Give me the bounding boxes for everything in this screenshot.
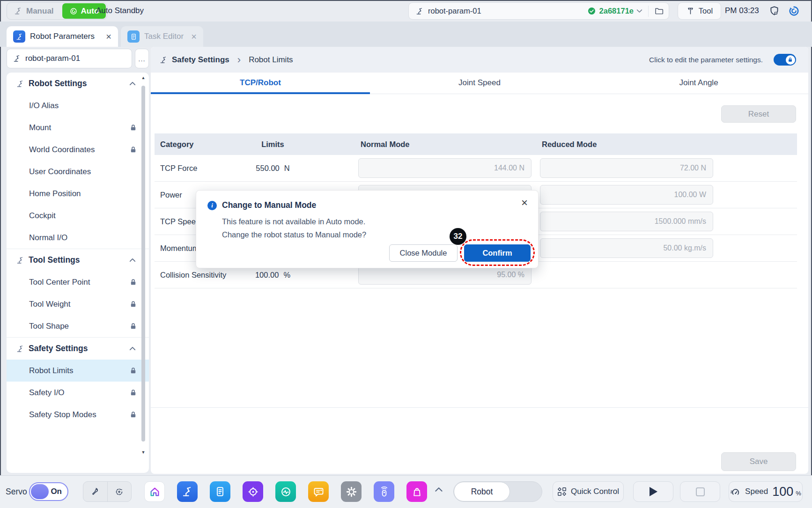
section-header-robot-settings[interactable]: Robot Settings bbox=[7, 73, 149, 95]
annotation-step-badge: 32 bbox=[450, 228, 466, 245]
dock-settings-app[interactable] bbox=[341, 481, 362, 502]
reduced-mode-input[interactable] bbox=[540, 158, 713, 178]
col-header-category: Category bbox=[155, 140, 236, 149]
tab-robot-parameters[interactable]: Robot Parameters × bbox=[7, 26, 118, 47]
breadcrumb-page: Robot Limits bbox=[249, 55, 293, 65]
scroll-up-icon[interactable]: ▲ bbox=[140, 75, 146, 80]
close-module-button[interactable]: Close Module bbox=[389, 244, 458, 262]
dialog-close-icon[interactable]: × bbox=[521, 197, 528, 208]
stop-button[interactable] bbox=[680, 481, 720, 502]
robot-arm-icon bbox=[13, 54, 21, 63]
row-category: TCP Force bbox=[155, 164, 236, 173]
dock-task-editor-app[interactable] bbox=[210, 481, 230, 502]
save-button[interactable]: Save bbox=[721, 452, 796, 471]
dock-jog-app[interactable] bbox=[243, 481, 263, 502]
item-label: Tool Weight bbox=[29, 300, 71, 309]
section-header-safety-settings[interactable]: Safety Settings bbox=[7, 338, 149, 360]
sidebar-item-tool-weight[interactable]: Tool Weight bbox=[7, 293, 149, 315]
speed-control[interactable]: Speed 100 % bbox=[729, 481, 803, 502]
sidebar-item-mount[interactable]: Mount bbox=[7, 117, 149, 139]
param-file-pill[interactable]: robot-param-01 2a68171e bbox=[408, 2, 669, 20]
scrollbar-thumb[interactable] bbox=[141, 86, 145, 442]
edit-lock-toggle[interactable] bbox=[774, 54, 796, 66]
sidebar-item-tool-shape[interactable]: Tool Shape bbox=[7, 315, 149, 337]
item-label: Safety I/O bbox=[29, 388, 65, 398]
wrench-button[interactable] bbox=[83, 482, 107, 501]
play-button[interactable] bbox=[633, 481, 673, 502]
home-icon bbox=[148, 486, 161, 498]
safety-shield-icon[interactable] bbox=[768, 5, 780, 17]
limit-unit: N bbox=[284, 164, 290, 173]
quick-control-icon bbox=[557, 487, 567, 496]
chevron-up-icon[interactable] bbox=[129, 258, 136, 262]
reduced-mode-input[interactable] bbox=[540, 238, 713, 258]
section-title: Robot Settings bbox=[29, 79, 87, 88]
tool-button[interactable]: Tool bbox=[678, 2, 721, 20]
servo-state-label: On bbox=[51, 483, 62, 500]
sidebar-item-home-position[interactable]: Home Position bbox=[7, 183, 149, 205]
task-editor-icon bbox=[127, 30, 140, 43]
lock-icon bbox=[130, 367, 137, 374]
tab-task-editor[interactable]: Task Editor × bbox=[121, 26, 203, 47]
servo-toggle[interactable]: On bbox=[29, 482, 68, 501]
shopping-bag-icon bbox=[411, 486, 423, 498]
close-tab-icon[interactable]: × bbox=[191, 32, 197, 41]
reposition-button[interactable] bbox=[107, 482, 132, 501]
dock-collapse-chevron-icon[interactable] bbox=[435, 487, 443, 492]
sidebar-item-world-coordinates[interactable]: World Coordinates bbox=[7, 139, 149, 161]
sidebar-item-tool-center-point[interactable]: Tool Center Point bbox=[7, 271, 149, 293]
robot-selector-label: Robot bbox=[454, 482, 510, 501]
robot-arm-icon bbox=[415, 7, 424, 15]
sidebar-item-robot-limits[interactable]: Robot Limits bbox=[7, 360, 149, 382]
tab-joint-speed[interactable]: Joint Speed bbox=[370, 73, 589, 94]
robot-selector[interactable]: Robot bbox=[453, 481, 542, 502]
normal-mode-input[interactable] bbox=[358, 158, 531, 178]
reduced-mode-input[interactable] bbox=[540, 212, 713, 231]
speed-unit: % bbox=[796, 490, 801, 501]
dock-monitoring-app[interactable] bbox=[275, 481, 296, 502]
dialog-message-line2: Change the robot status to Manual mode? bbox=[222, 228, 366, 241]
auto-swirl-icon bbox=[69, 7, 78, 15]
tab-tcp-robot[interactable]: TCP/Robot bbox=[151, 73, 370, 94]
dialog-title: Change to Manual Mode bbox=[222, 200, 316, 210]
reduced-mode-input[interactable] bbox=[540, 185, 713, 205]
scroll-down-icon[interactable]: ▼ bbox=[140, 450, 146, 455]
item-label: World Coordinates bbox=[29, 145, 95, 155]
dock-home-app[interactable] bbox=[144, 481, 165, 502]
param-name-value: robot-param-01 bbox=[25, 54, 80, 63]
manual-mode-button[interactable]: Manual bbox=[7, 3, 61, 19]
chevron-up-icon[interactable] bbox=[129, 346, 136, 351]
sidebar-scrollbar[interactable]: ▲ ▼ bbox=[140, 74, 146, 468]
dock-robot-params-app[interactable] bbox=[177, 481, 198, 502]
commit-id: 2a68171e bbox=[599, 7, 634, 15]
chevron-up-icon[interactable] bbox=[129, 81, 136, 86]
sidebar-item-safety-io[interactable]: Safety I/O bbox=[7, 382, 149, 404]
dock-store-app[interactable] bbox=[406, 481, 427, 502]
settings-nav-panel: Robot Settings I/O Alias Mount World Coo… bbox=[7, 73, 149, 473]
folder-icon[interactable] bbox=[654, 6, 664, 16]
chevron-down-icon[interactable] bbox=[636, 9, 642, 13]
sidebar-item-cockpit[interactable]: Cockpit bbox=[7, 205, 149, 227]
sidebar-item-normal-io[interactable]: Normal I/O bbox=[7, 227, 149, 249]
limit-value: 100.00 bbox=[255, 271, 279, 280]
sidebar-item-io-alias[interactable]: I/O Alias bbox=[7, 95, 149, 117]
dock-log-app[interactable] bbox=[308, 481, 329, 502]
section-header-tool-settings[interactable]: Tool Settings bbox=[7, 249, 149, 271]
close-tab-icon[interactable]: × bbox=[106, 32, 111, 41]
sidebar-item-user-coordinates[interactable]: User Coordinates bbox=[7, 161, 149, 183]
divider bbox=[648, 6, 649, 17]
lock-icon bbox=[788, 57, 793, 62]
tab-joint-angle[interactable]: Joint Angle bbox=[589, 73, 808, 94]
param-more-button[interactable]: ... bbox=[135, 49, 149, 68]
lock-icon bbox=[130, 124, 137, 131]
quick-control-button[interactable]: Quick Control bbox=[553, 481, 624, 502]
sidebar-item-safety-stop-modes[interactable]: Safety Stop Modes bbox=[7, 404, 149, 426]
sync-swirl-icon[interactable] bbox=[788, 5, 800, 17]
param-name-field[interactable]: robot-param-01 bbox=[7, 49, 132, 68]
breadcrumb-section[interactable]: Safety Settings bbox=[172, 55, 229, 65]
dock-remote-app[interactable] bbox=[374, 481, 394, 502]
robot-status-text: Auto Standby bbox=[96, 0, 144, 22]
limit-value: 550.00 bbox=[256, 164, 279, 173]
tool-icon bbox=[686, 7, 695, 15]
reset-button[interactable]: Reset bbox=[721, 105, 796, 123]
